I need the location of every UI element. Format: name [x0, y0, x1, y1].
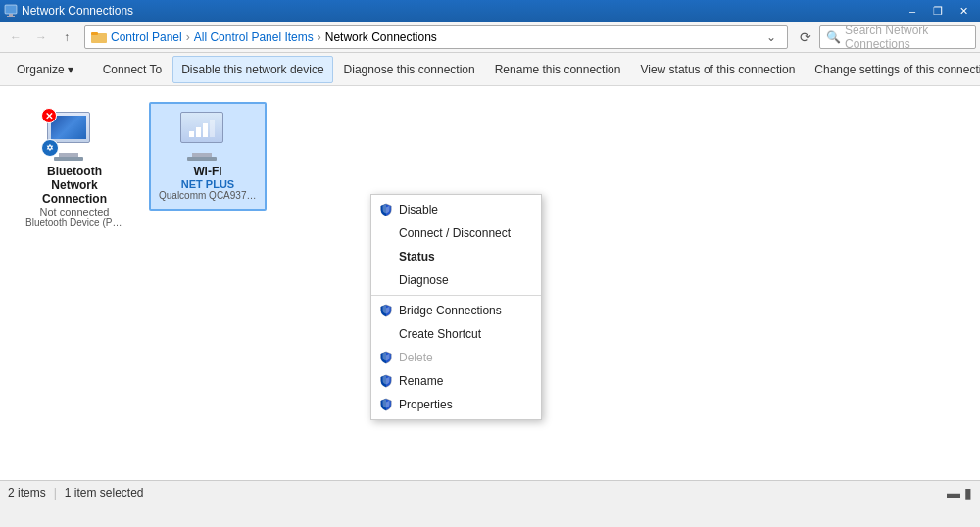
title-bar: Network Connections – ❐ ✕ — [0, 0, 980, 22]
breadcrumb-all-items[interactable]: All Control Panel Items — [194, 30, 314, 44]
rename-button[interactable]: Rename this connection — [486, 56, 630, 83]
ctx-item-label-bridge: Bridge Connections — [399, 304, 502, 317]
status-items-count: 2 items — [8, 486, 46, 500]
ctx-item-label-diagnose: Diagnose — [399, 273, 449, 287]
address-parts: Control Panel › All Control Panel Items … — [111, 30, 761, 44]
ctx-item-status[interactable]: Status — [371, 245, 541, 268]
wifi-item-title: Wi-Fi — [193, 165, 221, 178]
change-settings-label: Change settings of this connection — [814, 63, 980, 76]
ctx-item-connect_disconnect[interactable]: Connect / Disconnect — [371, 221, 541, 245]
shield-icon — [379, 203, 393, 216]
shield-icon — [379, 398, 393, 411]
rename-label: Rename this connection — [495, 63, 621, 76]
organize-arrow: ▾ — [68, 63, 74, 76]
svg-rect-0 — [5, 5, 17, 14]
wifi-item-subtitle: NET PLUS — [181, 178, 234, 190]
status-bar: 2 items | 1 item selected ▬ ▮ — [0, 480, 980, 503]
ctx-item-properties[interactable]: Properties — [371, 393, 541, 416]
close-button[interactable]: ✕ — [951, 0, 976, 22]
address-bar: Control Panel › All Control Panel Items … — [84, 25, 788, 49]
ctx-item-delete: Delete — [371, 346, 541, 369]
ctx-item-shortcut[interactable]: Create Shortcut — [371, 322, 541, 346]
ctx-item-label-properties: Properties — [399, 398, 453, 411]
wifi-item-desc: Qualcomm QCA9377 802.11ac W... — [159, 190, 257, 201]
ctx-item-label-connect_disconnect: Connect / Disconnect — [399, 226, 511, 240]
ctx-sep-diagnose — [371, 295, 541, 296]
wifi-comp-base — [187, 157, 217, 161]
status-separator: | — [54, 486, 57, 500]
content-area: ✕ ✡ Bluetooth Network Connection Not con… — [0, 86, 980, 503]
wifi-comp-body — [180, 112, 223, 143]
error-overlay: ✕ — [41, 108, 57, 123]
up-button[interactable]: ↑ — [55, 25, 78, 49]
bluetooth-item-subtitle: Not connected — [40, 206, 110, 217]
connect-to-button[interactable]: Connect To — [94, 56, 172, 83]
bluetooth-item-desc: Bluetooth Device (Personal Area ... — [25, 217, 123, 228]
bluetooth-item-title: Bluetooth Network Connection — [25, 165, 123, 206]
wifi-item[interactable]: Wi-Fi NET PLUS Qualcomm QCA9377 802.11ac… — [149, 102, 267, 211]
shield-icon — [379, 304, 393, 317]
status-right: ▬ ▮ — [947, 485, 972, 501]
search-placeholder: Search Network Connections — [845, 24, 969, 51]
svg-rect-2 — [7, 16, 15, 17]
context-menu: DisableConnect / DisconnectStatusDiagnos… — [370, 194, 542, 420]
minimize-button[interactable]: – — [900, 0, 925, 22]
network-title-icon — [4, 4, 18, 18]
wifi-item-icon — [178, 112, 237, 161]
breadcrumb-sep-1: › — [186, 30, 190, 44]
back-button[interactable]: ← — [4, 25, 27, 49]
ctx-item-disable[interactable]: Disable — [371, 198, 541, 221]
comp-base — [54, 157, 83, 161]
disable-button[interactable]: Disable this network device — [172, 56, 332, 83]
bluetooth-item[interactable]: ✕ ✡ Bluetooth Network Connection Not con… — [16, 102, 133, 238]
ctx-item-label-shortcut: Create Shortcut — [399, 327, 481, 341]
breadcrumb-sep-2: › — [318, 30, 321, 44]
ctx-item-diagnose[interactable]: Diagnose — [371, 268, 541, 292]
nav-bar: ← → ↑ Control Panel › All Control Panel … — [0, 22, 980, 53]
svg-rect-4 — [91, 32, 98, 35]
diagnose-label: Diagnose this connection — [344, 63, 475, 76]
breadcrumb-current: Network Connections — [325, 30, 437, 44]
list-view-button[interactable]: ▮ — [964, 485, 972, 501]
bluetooth-item-icon: ✕ ✡ — [45, 112, 104, 161]
breadcrumb-control-panel[interactable]: Control Panel — [111, 30, 182, 44]
address-dropdown-arrow[interactable]: ⌄ — [761, 30, 781, 44]
ctx-item-label-rename: Rename — [399, 374, 443, 388]
ctx-item-bridge[interactable]: Bridge Connections — [371, 299, 541, 322]
change-settings-button[interactable]: Change settings of this connection — [806, 56, 980, 83]
folder-icon — [91, 30, 107, 44]
title-bar-title: Network Connections — [22, 4, 133, 18]
maximize-button[interactable]: ❐ — [925, 0, 951, 22]
comp-screen — [51, 116, 86, 139]
status-selected: 1 item selected — [65, 486, 144, 500]
bluetooth-overlay: ✡ — [41, 139, 59, 157]
ctx-item-label-delete: Delete — [399, 351, 433, 364]
shield-icon — [379, 374, 393, 388]
search-icon: 🔍 — [826, 30, 841, 44]
toolbar: Organize ▾ Connect To Disable this netwo… — [0, 53, 980, 86]
title-bar-left: Network Connections — [4, 4, 133, 18]
large-icons-button[interactable]: ▬ — [947, 485, 960, 501]
refresh-button[interactable]: ⟳ — [794, 25, 817, 49]
ctx-item-label-status: Status — [399, 250, 435, 264]
view-status-label: View status of this connection — [640, 63, 795, 76]
ctx-item-rename[interactable]: Rename — [371, 369, 541, 393]
svg-rect-1 — [9, 14, 13, 16]
title-bar-controls: – ❐ ✕ — [900, 0, 976, 22]
shield-icon — [379, 351, 393, 364]
ctx-item-label-disable: Disable — [399, 203, 438, 216]
diagnose-button[interactable]: Diagnose this connection — [335, 56, 484, 83]
disable-label: Disable this network device — [181, 63, 323, 76]
search-bar[interactable]: 🔍 Search Network Connections — [819, 25, 976, 49]
view-status-button[interactable]: View status of this connection — [631, 56, 804, 83]
connect-to-label: Connect To — [103, 63, 163, 76]
forward-button[interactable]: → — [29, 25, 53, 49]
organize-label: Organize — [17, 63, 65, 76]
organize-button[interactable]: Organize ▾ — [8, 56, 82, 83]
